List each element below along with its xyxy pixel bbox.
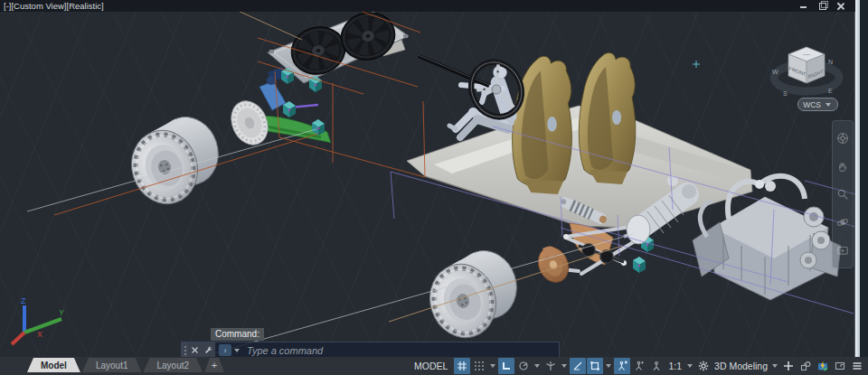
- isolate-objects-button[interactable]: [797, 358, 814, 374]
- isodraft-options-chevron-icon[interactable]: [561, 364, 567, 368]
- drawing-title-bar: [-][Custom View][Realistic]: [0, 0, 855, 12]
- new-layout-button[interactable]: +: [204, 358, 224, 372]
- driver-seat: [513, 56, 572, 194]
- wcs-label: WCS: [803, 100, 821, 109]
- osnap-options-chevron-icon[interactable]: [606, 364, 611, 368]
- viewcube-compass-south[interactable]: S: [783, 90, 788, 97]
- restore-icon[interactable]: [818, 2, 826, 10]
- navigation-bar: [832, 120, 854, 268]
- ortho-mode-toggle[interactable]: [498, 358, 514, 374]
- bottom-bar: Model Layout1 Layout2 + MODEL: [0, 357, 868, 375]
- annotation-autoscale-toggle[interactable]: [631, 358, 647, 374]
- scale-options-chevron-icon[interactable]: [687, 364, 693, 368]
- orbit-icon[interactable]: [836, 216, 849, 229]
- ucs-x-label: X: [37, 330, 42, 339]
- show-motion-icon[interactable]: [836, 244, 849, 257]
- annotation-visibility-toggle[interactable]: [614, 358, 630, 374]
- command-recent-chevron-icon[interactable]: [234, 349, 240, 352]
- object-snap-toggle[interactable]: [587, 358, 603, 374]
- polar-tracking-toggle[interactable]: [515, 358, 532, 374]
- workspace-chevron-icon[interactable]: [772, 364, 778, 368]
- isometric-drafting-toggle[interactable]: [542, 358, 559, 374]
- snap-options-chevron-icon[interactable]: [490, 364, 495, 368]
- command-history-label: Command:: [211, 328, 264, 341]
- close-icon[interactable]: [836, 2, 844, 10]
- command-drag-handle[interactable]: [182, 342, 188, 358]
- minimize-icon[interactable]: [800, 2, 808, 10]
- graphics-performance-button[interactable]: [815, 358, 831, 374]
- annotation-scale-button[interactable]: 1:1: [665, 361, 684, 371]
- command-prompt-icon[interactable]: ›: [219, 344, 231, 356]
- annotation-monitor-toggle[interactable]: [648, 358, 665, 374]
- tab-layout2[interactable]: Layout2: [143, 358, 203, 372]
- tab-layout1[interactable]: Layout1: [82, 358, 142, 372]
- zoom-icon[interactable]: [836, 188, 849, 201]
- object-snap-tracking-toggle[interactable]: [570, 358, 586, 374]
- tab-model[interactable]: Model: [27, 358, 80, 372]
- right-gutter: [860, 0, 868, 357]
- ucs-z-label: Z: [21, 296, 26, 305]
- viewcube-compass-west[interactable]: W: [772, 69, 778, 75]
- customization-menu-icon[interactable]: [849, 358, 865, 374]
- status-plus-button[interactable]: [780, 358, 797, 374]
- workspace-switcher[interactable]: 3D Modeling: [712, 361, 769, 371]
- rear-wheel: [419, 243, 528, 346]
- command-input[interactable]: [241, 342, 559, 358]
- snap-mode-toggle[interactable]: [471, 358, 487, 374]
- grid-display-toggle[interactable]: [454, 358, 470, 374]
- command-customize-wrench-icon[interactable]: [202, 342, 215, 358]
- clean-screen-button[interactable]: [832, 358, 848, 374]
- driver-mannequin: [449, 66, 514, 138]
- viewcube-compass-east[interactable]: E: [828, 88, 833, 94]
- viewcube-face-top[interactable]: TOP: [803, 53, 811, 56]
- full-navigation-wheel-icon[interactable]: [836, 132, 849, 145]
- viewport-controls-label[interactable]: [-][Custom View][Realistic]: [0, 0, 104, 12]
- model-space-canvas[interactable]: [0, 0, 868, 375]
- front-wheel: [120, 109, 230, 212]
- passenger-seat: [579, 53, 636, 184]
- layout-tabs: Model Layout1 Layout2 +: [0, 357, 224, 372]
- workspace-gear-icon[interactable]: [695, 358, 712, 374]
- pan-hand-icon[interactable]: [836, 160, 849, 173]
- wcs-dropdown[interactable]: WCS: [797, 98, 838, 111]
- ucs-y-label: Y: [59, 308, 64, 317]
- window-controls: [800, 2, 855, 10]
- autocad-window: [-][Custom View][Realistic] W S E N TOP …: [0, 0, 868, 375]
- command-close-icon[interactable]: [188, 342, 202, 358]
- chevron-down-icon: [826, 103, 831, 107]
- model-space-button[interactable]: MODEL: [409, 361, 453, 371]
- status-bar: MODEL: [409, 357, 868, 375]
- ucs-icon[interactable]: Z Y X: [7, 296, 71, 354]
- viewcube-compass-north[interactable]: N: [828, 59, 833, 65]
- polar-options-chevron-icon[interactable]: [534, 364, 540, 368]
